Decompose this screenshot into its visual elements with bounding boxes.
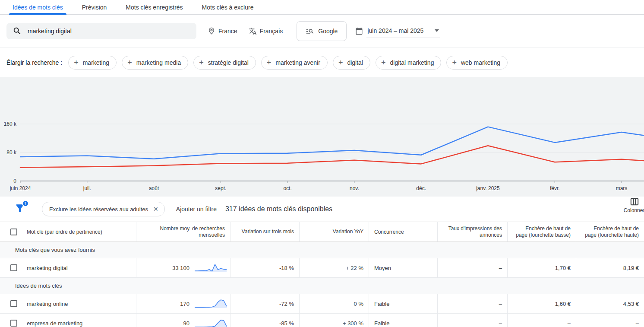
three-month-change-value: -72 % — [230, 294, 299, 313]
columns-icon — [630, 197, 639, 206]
row-checkbox[interactable] — [10, 320, 17, 327]
svg-text:juil.: juil. — [83, 185, 91, 191]
impression-share-value: – — [437, 258, 507, 277]
columns-button[interactable]: Colonnes — [615, 197, 644, 213]
location-pin-icon — [208, 27, 215, 35]
table-row[interactable]: marketing online 170 -72 % 0 % Faible – … — [0, 294, 644, 314]
plus-icon: + — [338, 59, 343, 67]
active-filter-label: Exclure les idées réservées aux adultes — [49, 206, 148, 213]
svg-text:80 k: 80 k — [6, 149, 17, 156]
table-row[interactable]: marketing digital 33 100 -18 % + 22 % Mo… — [0, 258, 644, 278]
trend-chart-svg: 080 k160 kjuin 2024juil.aoûtsept.oct.nov… — [0, 77, 644, 197]
svg-text:oct.: oct. — [283, 185, 291, 191]
tab-saved-keywords[interactable]: Mots clés enregistrés — [118, 0, 190, 15]
translate-icon — [249, 27, 257, 35]
top-bid-low-value: 1,60 € — [507, 294, 576, 313]
keyword-search-input[interactable]: marketing digital — [6, 23, 196, 39]
top-bid-high-value: 8,19 € — [576, 258, 644, 277]
close-icon[interactable]: ✕ — [153, 206, 158, 213]
chip-label: marketing avenir — [275, 59, 320, 66]
avg-searches-value: 33 100 — [142, 265, 189, 271]
location-selector[interactable]: France — [208, 27, 237, 35]
header-three-month-change[interactable]: Variation sur trois mois — [230, 222, 299, 241]
date-range-value: juin 2024 – mai 2025 — [367, 27, 423, 34]
location-label: France — [218, 28, 237, 35]
avg-searches-value: 90 — [142, 320, 189, 327]
date-range-selector[interactable]: juin 2024 – mai 2025 — [355, 25, 440, 38]
header-impression-share[interactable]: Taux d'impressions des annonces — [437, 222, 507, 241]
yoy-change-value: 0 % — [299, 294, 369, 313]
search-network-icon — [306, 27, 314, 35]
plus-icon: + — [74, 59, 79, 67]
search-icon — [13, 26, 22, 36]
header-keyword: Mot clé (par ordre de pertinence) — [0, 222, 136, 241]
chip-label: digital marketing — [390, 59, 434, 66]
select-all-checkbox[interactable] — [10, 229, 17, 235]
svg-text:févr.: févr. — [550, 185, 560, 191]
language-selector[interactable]: Français — [249, 27, 283, 35]
filter-count-badge: 1 — [22, 200, 29, 207]
results-count-label: 317 idées de mots clés disponibles — [225, 205, 332, 213]
expand-chip-strategie-digital[interactable]: +stratégie digital — [193, 56, 256, 70]
svg-text:déc.: déc. — [416, 185, 426, 191]
tab-forecast[interactable]: Prévision — [74, 0, 115, 15]
tab-negative-keywords[interactable]: Mots clés à exclure — [194, 0, 262, 15]
table-row[interactable]: empresa de marketing 90 -85 % + 300 % Fa… — [0, 314, 644, 327]
top-bid-low-value: – — [507, 314, 576, 327]
expand-chip-web-marketing[interactable]: +web marketing — [446, 56, 508, 70]
yoy-change-value: + 22 % — [299, 258, 369, 277]
header-competition[interactable]: Concurrence — [369, 222, 437, 241]
keyword-text: marketing digital — [27, 265, 68, 271]
tab-keyword-ideas[interactable]: Idées de mots clés — [5, 0, 71, 15]
yoy-change-value: + 300 % — [299, 314, 369, 327]
chip-label: marketing media — [136, 59, 181, 66]
row-checkbox[interactable] — [10, 264, 17, 271]
svg-text:0: 0 — [13, 178, 16, 184]
three-month-change-value: -85 % — [230, 314, 299, 327]
language-label: Français — [260, 28, 283, 35]
sparkline-chart — [194, 262, 227, 273]
svg-text:sept.: sept. — [215, 185, 226, 191]
competition-value: Moyen — [369, 258, 437, 277]
header-top-bid-low[interactable]: Enchère de haut de page (fourchette bass… — [507, 222, 576, 241]
expand-search-label: Élargir la recherche : — [6, 59, 62, 66]
impression-share-value: – — [437, 314, 507, 327]
top-bid-high-value: – — [576, 314, 644, 327]
header-top-bid-high[interactable]: Enchère de haut de page (fourchette haut… — [576, 222, 644, 241]
chevron-down-icon — [435, 29, 439, 32]
top-bid-low-value: 1,70 € — [507, 258, 576, 277]
plus-icon: + — [199, 59, 204, 67]
competition-value: Faible — [369, 314, 437, 327]
add-filter-button[interactable]: Ajouter un filtre — [176, 206, 217, 213]
header-yoy-change[interactable]: Variation YoY — [299, 222, 369, 241]
svg-text:juin 2024: juin 2024 — [9, 185, 31, 191]
svg-text:mars: mars — [616, 185, 628, 191]
competition-value: Faible — [369, 294, 437, 313]
impression-share-value: – — [437, 294, 507, 313]
expand-chip-marketing[interactable]: +marketing — [68, 56, 117, 70]
sparkline-chart — [194, 317, 227, 327]
filter-funnel-button[interactable]: 1 — [14, 203, 25, 216]
sparkline-chart — [194, 298, 227, 309]
svg-text:janv. 2025: janv. 2025 — [476, 185, 500, 191]
expand-chip-marketing-avenir[interactable]: +marketing avenir — [261, 56, 328, 70]
calendar-icon — [355, 27, 363, 35]
expand-chip-digital-marketing[interactable]: +digital marketing — [376, 56, 441, 70]
expand-chip-digital[interactable]: +digital — [333, 56, 370, 70]
section-provided-keywords: Mots clés que vous avez fournis — [0, 242, 644, 258]
chip-label: marketing — [83, 59, 109, 66]
expand-chip-marketing-media[interactable]: +marketing media — [122, 56, 188, 70]
avg-searches-value: 170 — [142, 301, 189, 307]
chip-label: web marketing — [461, 59, 500, 66]
network-selector[interactable]: Google — [297, 21, 347, 41]
svg-text:160 k: 160 k — [4, 121, 17, 127]
active-filter-chip[interactable]: Exclure les idées réservées aux adultes … — [42, 202, 165, 216]
chip-label: digital — [347, 59, 363, 66]
plus-icon: + — [267, 59, 271, 67]
row-checkbox[interactable] — [10, 300, 17, 307]
filter-bar: 1 Exclure les idées réservées aux adulte… — [0, 197, 644, 222]
three-month-change-value: -18 % — [230, 258, 299, 277]
network-label: Google — [318, 28, 338, 35]
header-avg-searches[interactable]: Nombre moy. de recherches mensuelles — [136, 222, 230, 241]
search-toolbar: marketing digital France Français Google… — [0, 15, 644, 48]
